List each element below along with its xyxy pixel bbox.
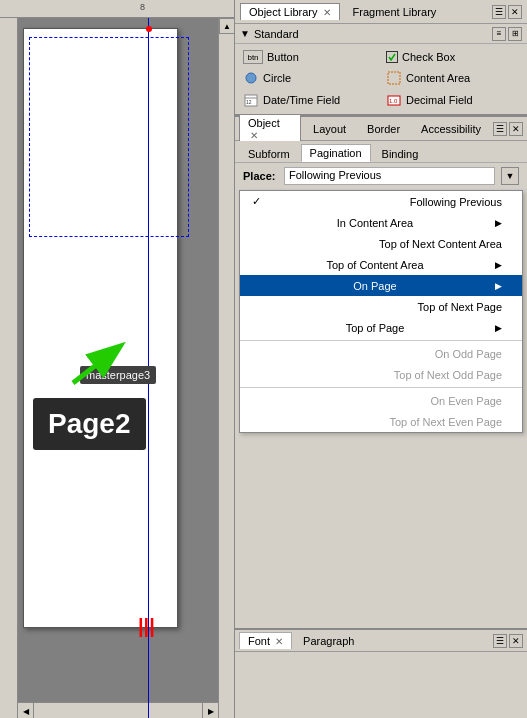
h-scroll-left-btn[interactable]: ◀	[18, 703, 34, 718]
dropdown-menu: ✓ Following Previous ✓ In Content Area ▶…	[239, 190, 523, 433]
obj-panel-header: Object ✕ Layout Border Accessibility ☰ ✕	[235, 117, 527, 141]
h-scroll-right-btn[interactable]: ▶	[202, 703, 218, 718]
tab-fragment-library[interactable]: Fragment Library	[345, 4, 445, 20]
obj-item-decimal[interactable]: 1.0 Decimal Field	[382, 90, 523, 110]
circle-icon	[243, 70, 259, 86]
decimal-icon: 1.0	[386, 92, 402, 108]
svg-point-2	[246, 73, 256, 83]
menu-item-on-page-label: On Page	[353, 280, 396, 292]
place-value-field[interactable]: Following Previous	[284, 167, 495, 185]
h-scroll: ◀ ▶	[18, 702, 218, 718]
obj-library-grid: btn Button Check Box Circle	[235, 44, 527, 114]
obj-item-content-area-label: Content Area	[406, 72, 470, 84]
menu-divider2	[240, 387, 522, 388]
green-arrow-icon	[68, 338, 128, 388]
tab-layout[interactable]: Layout	[304, 120, 355, 138]
tab-font-label: Font	[248, 635, 270, 647]
page-canvas	[23, 28, 178, 628]
place-dropdown-btn[interactable]: ▼	[501, 167, 519, 185]
place-label: Place:	[243, 170, 278, 182]
obj-library-dropdown-label[interactable]: Standard	[254, 28, 299, 40]
obj-item-circle[interactable]: Circle	[239, 68, 380, 88]
dropdown-arrow-icon: ▼	[240, 28, 250, 39]
right-panel: Object Library ✕ Fragment Library ☰ ✕ ▼ …	[235, 0, 527, 718]
tab-font[interactable]: Font ✕	[239, 632, 292, 649]
obj-item-datetime[interactable]: 12 Date/Time Field	[239, 90, 380, 110]
obj-item-datetime-label: Date/Time Field	[263, 94, 340, 106]
sub-tab-subform[interactable]: Subform	[239, 145, 299, 162]
menu-item-top-next-odd-page: ✓ Top of Next Odd Page	[240, 364, 522, 385]
place-value-text: Following Previous	[289, 169, 381, 181]
subpanel-tabs: Subform Pagination Binding	[235, 141, 527, 163]
font-panel-content	[235, 652, 527, 660]
menu-item-in-content-area[interactable]: ✓ In Content Area ▶	[240, 212, 522, 233]
menu-item-top-content-area[interactable]: ✓ Top of Content Area ▶	[240, 254, 522, 275]
obj-item-circle-label: Circle	[263, 72, 291, 84]
svg-rect-3	[388, 72, 400, 84]
tab-paragraph[interactable]: Paragraph	[295, 633, 362, 649]
menu-item-top-page-label: Top of Page	[346, 322, 405, 334]
obj-item-decimal-label: Decimal Field	[406, 94, 473, 106]
menu-item-top-content-area-label: Top of Content Area	[326, 259, 423, 271]
menu-item-top-next-page-label: Top of Next Page	[418, 301, 502, 313]
tab-object-library[interactable]: Object Library ✕	[240, 3, 340, 20]
tab-accessibility[interactable]: Accessibility	[412, 120, 490, 138]
tab-border[interactable]: Border	[358, 120, 409, 138]
menu-arrow2-icon: ▶	[495, 260, 502, 270]
ruler-mark: 8	[140, 2, 145, 12]
tab-layout-label: Layout	[313, 123, 346, 135]
obj-panel-close-btn[interactable]: ✕	[509, 122, 523, 136]
object-properties-panel: Object ✕ Layout Border Accessibility ☰ ✕	[235, 115, 527, 628]
tab-object-label: Object	[248, 117, 280, 129]
menu-item-top-next-page[interactable]: ✓ Top of Next Page	[240, 296, 522, 317]
svg-text:1.0: 1.0	[389, 98, 398, 104]
obj-library-header: Object Library ✕ Fragment Library ☰ ✕	[235, 0, 527, 24]
button-icon: btn	[243, 50, 263, 64]
sub-tab-pagination[interactable]: Pagination	[301, 144, 371, 162]
obj-item-button-label: Button	[267, 51, 299, 63]
menu-item-top-next-content[interactable]: ✓ Top of Next Content Area	[240, 233, 522, 254]
tab-accessibility-label: Accessibility	[421, 123, 481, 135]
ruler-top: 8	[0, 0, 234, 18]
tab-object[interactable]: Object ✕	[239, 114, 301, 144]
tab-font-close[interactable]: ✕	[275, 636, 283, 647]
v-scroll-up-btn[interactable]: ▲	[219, 18, 235, 34]
v-scroll-track[interactable]	[219, 34, 234, 718]
obj-panel-options-btn[interactable]: ☰	[493, 122, 507, 136]
tab-object-library-close[interactable]: ✕	[323, 7, 331, 18]
sub-tab-pagination-label: Pagination	[310, 147, 362, 159]
tab-fragment-library-label: Fragment Library	[353, 6, 437, 18]
menu-divider	[240, 340, 522, 341]
left-panel: 8 ||| masterpage3	[0, 0, 235, 718]
obj-item-button[interactable]: btn Button	[239, 48, 380, 66]
page2-badge: Page2	[33, 398, 146, 450]
h-scroll-track[interactable]	[34, 703, 202, 718]
font-panel-close-btn[interactable]: ✕	[509, 634, 523, 648]
tab-object-library-label: Object Library	[249, 6, 317, 18]
canvas-area: ||| masterpage3 Page2	[18, 18, 234, 718]
menu-item-on-odd-page-label: On Odd Page	[435, 348, 502, 360]
sub-tab-subform-label: Subform	[248, 148, 290, 160]
panel-close-btn[interactable]: ✕	[508, 5, 522, 19]
menu-item-top-next-even-label: Top of Next Even Page	[389, 416, 502, 428]
obj-item-content-area[interactable]: Content Area	[382, 68, 523, 88]
panel-options-btn[interactable]: ☰	[492, 5, 506, 19]
ruler-left	[0, 18, 18, 718]
view-toggle-btn[interactable]: ≡	[492, 27, 506, 41]
font-panel-options-btn[interactable]: ☰	[493, 634, 507, 648]
obj-item-checkbox[interactable]: Check Box	[382, 48, 523, 66]
content-area-icon	[386, 70, 402, 86]
menu-item-top-next-odd-label: Top of Next Odd Page	[394, 369, 502, 381]
obj-library-panel: Object Library ✕ Fragment Library ☰ ✕ ▼ …	[235, 0, 527, 115]
canvas-border-box	[29, 37, 189, 237]
menu-item-top-page[interactable]: ✓ Top of Page ▶	[240, 317, 522, 338]
menu-item-following-previous[interactable]: ✓ Following Previous	[240, 191, 522, 212]
menu-arrow4-icon: ▶	[495, 323, 502, 333]
menu-item-on-even-page: ✓ On Even Page	[240, 390, 522, 411]
view-grid-btn[interactable]: ⊞	[508, 27, 522, 41]
tab-object-close[interactable]: ✕	[250, 130, 258, 141]
menu-item-on-even-page-label: On Even Page	[430, 395, 502, 407]
menu-item-top-next-even-page: ✓ Top of Next Even Page	[240, 411, 522, 432]
sub-tab-binding[interactable]: Binding	[373, 145, 428, 162]
menu-item-on-page[interactable]: ✓ On Page ▶	[240, 275, 522, 296]
